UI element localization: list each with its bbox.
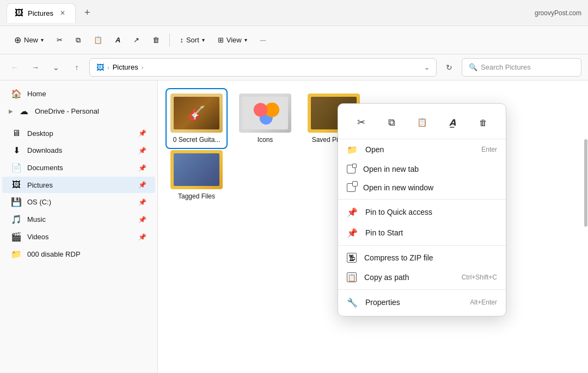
sidebar-item-home[interactable]: 🏠 Home [2,85,155,102]
tab-close-button[interactable]: ✕ [58,8,68,18]
path-separator: › [107,64,109,71]
address-dropdown-icon[interactable]: ⌄ [424,64,430,71]
sidebar-item-label: Videos [27,233,133,241]
rename-button[interactable]: A [110,30,126,50]
view-icon: ⊞ [218,36,224,44]
tab-title: Pictures [28,9,53,17]
folder-item-tagged[interactable]: Tagged Files [167,146,226,204]
pictures-tab-icon: 🖼 [15,8,23,18]
new-tab-button[interactable]: + [80,6,95,20]
ctx-compress-label: Compress to ZIP file [364,253,497,262]
sort-label: Sort [186,36,199,44]
sidebar-item-documents[interactable]: 📄 Documents 📌 [2,159,155,176]
ctx-pin-quick-icon: 📌 [347,207,358,217]
address-bar: ← → ⌄ ↑ 🖼 › Pictures › ⌄ ↻ 🔍 Search Pict… [0,54,588,80]
ctx-open-tab-label: Open in new tab [363,165,497,173]
desktop-icon: 🖥 [11,128,22,138]
paste-icon: 📋 [94,36,102,44]
forward-button[interactable]: → [27,59,44,76]
sidebar-item-label: OS (C:) [27,198,133,206]
sidebar-item-label: Pictures [27,181,133,189]
sidebar-item-label: Downloads [27,146,133,154]
sidebar-item-label: Music [27,215,133,223]
ctx-properties-icon: 🔧 [347,297,358,308]
pin-icon: 📌 [138,233,146,241]
view-button[interactable]: ⊞ View ▾ [212,30,253,50]
copy-icon: ⧉ [76,36,81,45]
ctx-copy-path[interactable]: 📋 Copy as path Ctrl+Shift+C [338,268,506,287]
ctx-open-window-label: Open in new window [363,183,497,192]
recent-button[interactable]: ⌄ [48,59,64,76]
pin-icon: 📌 [138,216,146,223]
sidebar: 🏠 Home ▶ ☁ OneDrive - Personal 🖥 Desktop… [0,80,158,373]
ctx-open-tab-icon [347,165,356,173]
ctx-paste-button[interactable]: 📋 [412,113,432,132]
folder-name: Icons [258,136,273,144]
sidebar-item-000disable[interactable]: 📁 000 disable RDP [2,246,155,263]
address-path[interactable]: 🖼 › Pictures › ⌄ [89,58,437,77]
folder-thumbnail [170,150,223,189]
sidebar-item-desktop[interactable]: 🖥 Desktop 📌 [2,125,155,141]
ctx-open-new-window[interactable]: Open in new window [338,178,506,197]
up-button[interactable]: ↑ [69,59,85,76]
ctx-copy-button[interactable]: ⧉ [382,113,401,132]
watermark: groovyPost.com [535,9,581,17]
ctx-open[interactable]: 📁 Open Enter [338,139,506,160]
cut-icon: ✂ [57,36,63,44]
path-folder-icon: 🖼 [96,63,104,72]
main-area: 🏠 Home ▶ ☁ OneDrive - Personal 🖥 Desktop… [0,80,588,373]
tab-pictures[interactable]: 🖼 Pictures ✕ [7,3,76,23]
sidebar-item-label: Documents [27,164,133,172]
sidebar-item-pictures[interactable]: 🖼 Pictures 📌 [2,177,155,193]
more-button[interactable]: ··· [255,30,272,50]
sidebar-item-videos[interactable]: 🎬 Videos 📌 [2,228,155,245]
new-button[interactable]: ⊕ New ▾ [9,30,49,50]
content-area: 🎸 0 Secret Guita... Icons [158,80,588,373]
rename-icon: A [115,36,120,44]
ctx-delete-button[interactable]: 🗑 [473,113,493,132]
ctx-open-icon: 📁 [347,144,358,155]
ctx-separator-3 [338,289,506,290]
sidebar-item-downloads[interactable]: ⬇ Downloads 📌 [2,142,155,159]
toolbar-separator [169,34,170,47]
ctx-cut-button[interactable]: ✂ [351,113,371,132]
pictures-icon: 🖼 [11,180,22,190]
back-button[interactable]: ← [7,59,23,76]
search-box[interactable]: 🔍 Search Pictures [462,58,581,77]
refresh-button[interactable]: ↻ [441,59,457,76]
toolbar: ⊕ New ▾ ✂ ⧉ 📋 A ↗ 🗑 ↕ Sort ▾ ⊞ View ▾ ··… [0,26,588,54]
ctx-properties[interactable]: 🔧 Properties Alt+Enter [338,292,506,313]
ctx-open-window-icon [347,183,356,192]
ctx-compress[interactable]: 🗜 Compress to ZIP file [338,248,506,268]
sidebar-item-onedrive[interactable]: ▶ ☁ OneDrive - Personal [2,103,155,120]
ctx-rename-button[interactable]: A̲ [443,113,462,132]
onedrive-expand-icon: ▶ [9,108,13,114]
sidebar-item-label: Home [27,90,146,98]
scrollbar[interactable] [584,80,588,373]
ctx-pin-quick[interactable]: 📌 Pin to Quick access [338,202,506,222]
sidebar-item-osc[interactable]: 💾 OS (C:) 📌 [2,194,155,210]
new-chevron-icon: ▾ [41,37,44,43]
pin-icon: 📌 [138,147,146,154]
onedrive-icon: ☁ [19,106,29,116]
ctx-pin-start[interactable]: 📌 Pin to Start [338,222,506,243]
ctx-copy-path-label: Copy as path [364,273,454,282]
folder-icon: 📁 [11,249,22,259]
ctx-open-new-tab[interactable]: Open in new tab [338,160,506,178]
sort-icon: ↕ [180,36,183,44]
sidebar-item-music[interactable]: 🎵 Music 📌 [2,211,155,228]
scrollbar-thumb[interactable] [584,139,587,227]
folder-item-icons[interactable]: Icons [235,89,295,148]
copy-button[interactable]: ⧉ [70,30,86,50]
sort-button[interactable]: ↕ Sort ▾ [174,30,210,50]
cut-button[interactable]: ✂ [51,30,68,50]
downloads-icon: ⬇ [11,145,22,156]
osc-icon: 💾 [11,197,22,207]
folder-item-guitar[interactable]: 🎸 0 Secret Guita... [167,89,226,148]
paste-button[interactable]: 📋 [88,30,108,50]
pin-icon: 📌 [138,181,146,189]
delete-button[interactable]: 🗑 [147,30,165,50]
ctx-open-label: Open [365,145,474,154]
share-button[interactable]: ↗ [128,30,145,50]
search-icon: 🔍 [469,63,477,71]
